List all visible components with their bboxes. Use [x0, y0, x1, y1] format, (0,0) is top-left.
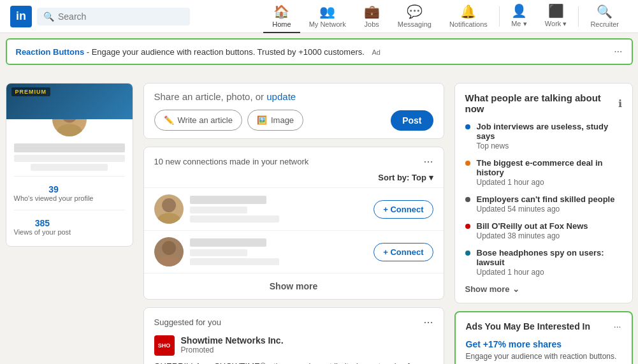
suggested-menu-button[interactable]: ··· [423, 316, 433, 329]
chevron-down-icon: ⌄ [512, 284, 519, 294]
trending-topic-4[interactable]: Bill O'Reilly out at Fox News [477, 221, 622, 231]
trending-dot-5 [465, 251, 470, 256]
search-bar[interactable]: 🔍 [37, 8, 190, 25]
share-prompt: Share an article, photo, or update [154, 91, 433, 102]
show-more-connections-button[interactable]: Show more [270, 281, 317, 291]
trending-header: What people are talking about now ℹ [465, 92, 622, 114]
connections-menu-button[interactable]: ··· [423, 155, 433, 168]
trending-dot-4 [465, 224, 470, 229]
top-nav: in 🔍 🏠 Home 👥 My Network 💼 Jobs 💬 Messag… [0, 0, 638, 33]
bell-icon: 🔔 [460, 4, 476, 19]
share-actions: ✏️ Write an article 🖼️ Image Post [154, 110, 433, 131]
promoted-label: Promoted [181, 346, 284, 354]
ads-title: Ads You May Be Interested In [466, 321, 591, 331]
suggested-body: GUERRILLA on SHOWTIME® - the new six-par… [154, 361, 433, 364]
trending-topic-3[interactable]: Employers can't find skilled people [477, 194, 622, 204]
trending-content-5: Bose headphones spy on users: lawsuit Up… [477, 248, 622, 277]
nav-item-notifications[interactable]: 🔔 Notifications [440, 0, 497, 33]
connections-footer: Show more [144, 273, 444, 299]
trending-topic-5[interactable]: Bose headphones spy on users: lawsuit [477, 248, 622, 267]
who-viewed-label: Who's viewed your profile [14, 194, 94, 202]
ads-menu-button[interactable]: ··· [614, 321, 621, 331]
ad-banner-dots[interactable]: ··· [614, 46, 622, 57]
recruiter-icon: 🔍 [597, 4, 613, 19]
connection-detail-2 [190, 249, 247, 256]
nav-item-jobs[interactable]: 💼 Jobs [355, 0, 389, 33]
ad-main-desc: Engage your audience with reaction butto… [466, 351, 621, 364]
connection-avatar-1 [154, 194, 184, 224]
svg-point-3 [157, 213, 180, 224]
nav-item-messaging[interactable]: 💬 Messaging [389, 0, 440, 33]
profile-title [14, 155, 125, 162]
me-icon: 👤 [511, 3, 527, 18]
image-icon: 🖼️ [257, 115, 267, 125]
connections-card: 10 new connections made in your network … [143, 147, 444, 300]
post-button[interactable]: Post [391, 110, 433, 131]
trending-item-2: The biggest e-commerce deal in history U… [465, 158, 622, 187]
ad-banner-bold[interactable]: Reaction Buttons [16, 47, 85, 57]
connection-name-1 [190, 196, 266, 204]
ads-card: Ads You May Be Interested In ··· Get +17… [454, 311, 633, 364]
trending-meta-2: Updated 1 hour ago [477, 178, 622, 187]
post-views-count: 385 [14, 218, 71, 228]
info-icon[interactable]: ℹ [618, 98, 622, 110]
profile-card: PREMIUM 39 Who's viewed your profile [6, 83, 133, 247]
connection-name-2 [190, 238, 266, 247]
ad-main-link[interactable]: Get +17% more shares [466, 339, 621, 349]
share-card: Share an article, photo, or update ✏️ Wr… [143, 83, 444, 139]
svg-point-5 [157, 256, 180, 266]
search-input[interactable] [58, 11, 184, 22]
connection-avatar-2 [154, 237, 184, 266]
ad-main-item: Get +17% more shares Engage your audienc… [466, 339, 621, 364]
show-more-trending-label: Show more [465, 284, 510, 294]
connections-header: 10 new connections made in your network … [144, 147, 444, 172]
nav-messaging-label: Messaging [398, 20, 431, 28]
image-button[interactable]: 🖼️ Image [247, 110, 303, 131]
company-name[interactable]: Showtime Networks Inc. [181, 335, 284, 346]
connect-button-2[interactable]: + Connect [373, 243, 433, 261]
work-icon: ⬛ [548, 3, 564, 18]
nav-item-recruiter[interactable]: 🔍 Recruiter [581, 0, 628, 33]
trending-meta-3: Updated 54 minutes ago [477, 205, 622, 214]
nav-item-work[interactable]: ⬛ Work ▾ [536, 0, 576, 33]
profile-banner: PREMIUM [6, 84, 133, 119]
profile-stat-post-views[interactable]: 385 Views of your post [14, 215, 125, 238]
profile-stat-views[interactable]: 39 Who's viewed your profile [14, 182, 125, 205]
trending-topic-2[interactable]: The biggest e-commerce deal in history [477, 158, 622, 177]
network-icon: 👥 [319, 4, 335, 19]
suggested-item: SHO Showtime Networks Inc. Promoted [154, 335, 433, 356]
connection-detail2-1 [190, 215, 279, 222]
sort-label: Sort by: Top ▾ [378, 173, 433, 182]
ad-banner: Reaction Buttons - Engage your audience … [6, 38, 633, 65]
suggested-header: Suggested for you ··· [154, 316, 433, 329]
trending-item-5: Bose headphones spy on users: lawsuit Up… [465, 248, 622, 277]
messaging-icon: 💬 [407, 4, 423, 19]
trending-item-3: Employers can't find skilled people Upda… [465, 194, 622, 214]
nav-notifications-label: Notifications [449, 20, 488, 28]
connect-button-1[interactable]: + Connect [373, 200, 433, 219]
ads-card-wrapper: Ads You May Be Interested In ··· Get +17… [454, 311, 633, 364]
nav-item-my-network[interactable]: 👥 My Network [300, 0, 355, 33]
nav-recruiter-label: Recruiter [590, 20, 619, 28]
share-update-link[interactable]: update [266, 91, 296, 102]
trending-card: What people are talking about now ℹ Job … [454, 83, 633, 303]
trending-content-2: The biggest e-commerce deal in history U… [477, 158, 622, 187]
show-more-trending-button[interactable]: Show more ⌄ [465, 284, 622, 294]
trending-dot-3 [465, 197, 470, 202]
trending-content-1: Job interviews are useless, study says T… [477, 122, 622, 150]
nav-item-me[interactable]: 👤 Me ▾ [502, 0, 536, 33]
left-column: PREMIUM 39 Who's viewed your profile [6, 83, 133, 364]
nav-item-home[interactable]: 🏠 Home [263, 0, 300, 33]
trending-meta-4: Updated 38 minutes ago [477, 231, 622, 240]
suggested-card: Suggested for you ··· SHO Showtime Netwo… [143, 307, 444, 364]
write-article-button[interactable]: ✏️ Write an article [154, 110, 242, 131]
trending-meta-1: Top news [477, 142, 622, 150]
trending-item-1: Job interviews are useless, study says T… [465, 122, 622, 150]
premium-badge: PREMIUM [11, 87, 51, 96]
trending-topic-1[interactable]: Job interviews are useless, study says [477, 122, 622, 141]
ad-label: Ad [372, 48, 380, 56]
trending-title: What people are talking about now [465, 92, 618, 114]
ad-banner-text: Reaction Buttons - Engage your audience … [16, 47, 381, 57]
nav-me-label: Me ▾ [511, 20, 526, 28]
connection-info-2 [190, 238, 374, 265]
